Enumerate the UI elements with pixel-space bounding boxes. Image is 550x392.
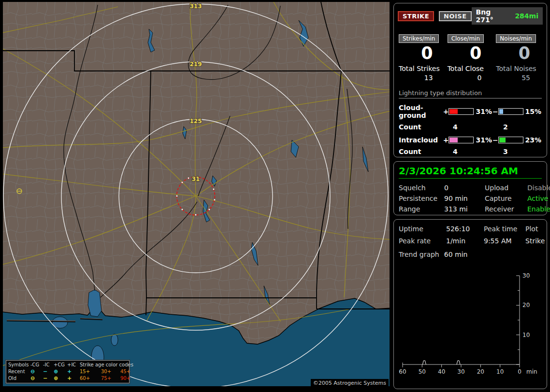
noises-per-min-button[interactable]: Noises/min — [496, 34, 536, 43]
squelch-value: 0 — [444, 184, 485, 192]
old-pos-ic-icon: + — [67, 375, 80, 381]
svg-text:30: 30 — [522, 272, 530, 279]
strikes-counter: Strikes/min 0 Total Strikes 13 — [399, 34, 445, 82]
uptime-value: 526:10 — [446, 225, 484, 233]
old-pos-cg-icon: ⊕ — [54, 375, 67, 381]
cloud-ground-label: Cloud-ground — [399, 104, 443, 119]
peak-time-value: 9:55 AM — [484, 237, 525, 245]
trend-window-value: 60 min — [444, 251, 468, 258]
ring-label-31: 31 — [192, 176, 200, 182]
neg-cg-percent: 15% — [525, 108, 542, 115]
receiver-value: Enabled — [527, 205, 550, 213]
age-60: 60+ — [80, 375, 101, 381]
minus-sign: − — [492, 136, 498, 144]
map-graphic: 313 219 125 31 — [3, 2, 390, 386]
total-strikes-label: Total Strikes — [399, 65, 445, 72]
noise-button[interactable]: NOISE — [439, 11, 472, 21]
datetime-display: 2/3/2026 10:24:56 AM — [399, 165, 542, 179]
stats-panel: Uptime 526:10 Peak time Plot Peak rate 1… — [393, 219, 547, 389]
counters-panel: STRIKE NOISE Bng 271° 284mi Strikes/min … — [393, 3, 547, 157]
noises-per-min-value: 0 — [496, 44, 542, 62]
legend-col-pos-cg: +CG — [54, 362, 67, 368]
recent-neg-cg-icon: ⊖ — [30, 368, 43, 375]
count-label: Count — [399, 123, 453, 131]
lightning-distribution: Lightning type distribution Cloud-ground… — [394, 82, 547, 155]
svg-text:40: 40 — [438, 368, 445, 375]
plus-sign: + — [443, 108, 449, 115]
persistence-label: Persistence — [399, 195, 444, 202]
bearing-label: Bng 271° — [476, 8, 507, 24]
ring-label-219: 219 — [189, 61, 202, 68]
bearing-display: Bng 271° 284mi — [472, 7, 543, 25]
neg-cg-count: 2 — [503, 123, 508, 131]
close-per-min-value: 0 — [448, 44, 493, 62]
neg-ic-bar — [498, 137, 523, 143]
close-per-min-button[interactable]: Close/min — [448, 34, 484, 43]
svg-text:10: 10 — [496, 368, 504, 375]
pos-cg-percent: 31% — [476, 108, 492, 115]
legend-old-label: Old — [8, 375, 30, 381]
age-75: 75+ — [101, 375, 120, 381]
noises-counter: Noises/min 0 Total Noises 55 — [496, 34, 542, 82]
svg-text:20: 20 — [477, 368, 484, 375]
total-close-label: Total Close — [448, 65, 493, 72]
uptime-label: Uptime — [399, 225, 446, 233]
peak-rate-value: 1/min — [446, 237, 484, 245]
intracloud-count-row: Count 4 3 — [399, 148, 542, 155]
neg-ic-percent: 23% — [525, 136, 542, 144]
pos-cg-count: 4 — [453, 123, 503, 131]
strikes-per-min-value: 0 — [399, 44, 445, 62]
svg-text:20: 20 — [522, 302, 530, 308]
app-window: 313 219 125 31 Symbols -CG -IC +CG +IC S… — [0, 0, 550, 392]
intracloud-label: Intracloud — [399, 136, 443, 144]
legend-col-pos-ic: +IC — [67, 362, 80, 368]
trend-graph: 1020306050403020100min — [395, 259, 547, 385]
plot-label: Plot — [525, 225, 545, 233]
intracloud-row: Intracloud + 31% − 23% — [399, 136, 542, 144]
svg-text:30: 30 — [457, 368, 464, 375]
strike-button[interactable]: STRIKE — [398, 11, 434, 21]
age-45: 45+ — [120, 368, 140, 375]
svg-text:60: 60 — [399, 368, 406, 375]
peak-time-label: Peak time — [484, 225, 525, 233]
svg-text:0: 0 — [518, 368, 521, 375]
old-neg-ic-icon: − — [43, 375, 54, 381]
copyright-text: ©2005 Astrogenic Systems — [311, 379, 389, 387]
bearing-distance: 284mi — [515, 12, 538, 20]
recent-neg-ic-icon: − — [43, 368, 54, 375]
ring-label-313: 313 — [189, 3, 202, 10]
pos-ic-bar — [449, 137, 474, 143]
legend-col-neg-cg: -CG — [30, 362, 43, 368]
pos-ic-percent: 31% — [476, 136, 492, 144]
capture-value: Active — [527, 195, 550, 202]
range-label: Range — [399, 205, 444, 213]
age-90: 90+ — [120, 375, 140, 381]
pos-ic-count: 4 — [453, 148, 503, 155]
total-close-value: 0 — [448, 74, 493, 82]
legend-recent-label: Recent — [8, 368, 30, 375]
svg-text:min: min — [526, 368, 537, 375]
map-canvas[interactable]: 313 219 125 31 Symbols -CG -IC +CG +IC S… — [3, 2, 390, 386]
legend-age-header: Strike age color codes — [80, 362, 140, 368]
ring-label-125: 125 — [189, 118, 202, 125]
minus-sign: − — [492, 108, 498, 115]
recent-pos-cg-icon: ⊕ — [54, 368, 67, 375]
neg-cg-bar — [498, 108, 523, 115]
plot-value: Strike — [525, 237, 545, 245]
upload-label: Upload — [485, 184, 527, 192]
range-value: 313 mi — [444, 205, 485, 213]
legend-symbols-header: Symbols — [8, 362, 30, 368]
neg-ic-count: 3 — [503, 148, 508, 155]
legend-col-neg-ic: -IC — [43, 362, 54, 368]
cloud-ground-count-row: Count 4 2 — [399, 123, 542, 131]
age-15: 15+ — [80, 368, 101, 375]
total-noises-value: 55 — [496, 74, 542, 82]
capture-label: Capture — [485, 195, 527, 202]
persistence-value: 90 min — [444, 195, 485, 202]
strikes-per-min-button[interactable]: Strikes/min — [399, 34, 439, 43]
receiver-label: Receiver — [485, 205, 527, 213]
peak-rate-label: Peak rate — [399, 237, 446, 245]
recent-pos-ic-icon: + — [67, 368, 80, 375]
trend-graph-label: Trend graph — [399, 251, 439, 258]
age-30: 30+ — [101, 368, 120, 375]
